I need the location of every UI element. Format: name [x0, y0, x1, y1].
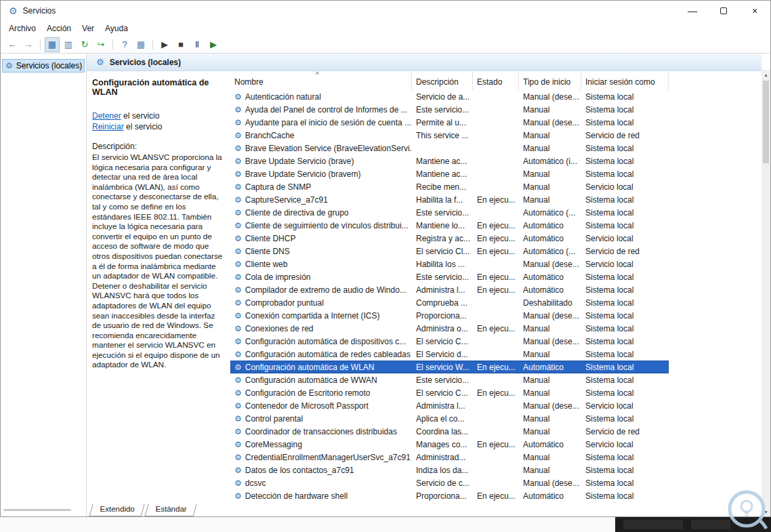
table-row[interactable]: ⚙Datos de los contactos_a7c91Indiza los … — [230, 464, 669, 476]
tab-extendido[interactable]: Extendido — [89, 504, 144, 516]
start-service-button[interactable]: ▶ — [157, 37, 172, 52]
scrollbar-thumb[interactable] — [763, 81, 769, 163]
table-row[interactable]: ⚙Cliente DHCPRegistra y ac...En ejecu...… — [230, 232, 669, 245]
table-row[interactable]: ⚙CoreMessagingManages co...En ejecu...Au… — [230, 438, 669, 451]
table-row[interactable]: ⚙Control parentalAplica el co...ManualSi… — [230, 412, 669, 425]
sort-ascending-icon[interactable]: ^ — [316, 71, 319, 79]
table-row[interactable]: ⚙Cliente de seguimiento de vínculos dist… — [230, 219, 669, 232]
export-list-button[interactable]: ↪ — [93, 37, 108, 52]
table-row[interactable]: ⚙Coordinador de transacciones distribuid… — [230, 425, 669, 438]
table-row[interactable]: ⚙Cola de impresiónEste servicio...En eje… — [230, 270, 669, 283]
table-row[interactable]: ⚙Configuración automática de redes cable… — [230, 348, 669, 361]
cell-iniciar-sesion-como: Servicio de red — [581, 425, 669, 438]
service-gear-icon: ⚙ — [234, 118, 242, 127]
table-row[interactable]: ⚙Brave Update Servicio (bravem)Mantiene … — [230, 167, 669, 180]
table-row[interactable]: ⚙BranchCacheThis service ...ManualServic… — [230, 129, 669, 142]
service-name: Autenticación natural — [245, 92, 321, 102]
table-row[interactable]: ⚙Configuración automática de dispositivo… — [230, 335, 669, 348]
scroll-up-icon[interactable]: ▲ — [762, 70, 770, 79]
cell-iniciar-sesion-como: Sistema local — [581, 489, 669, 502]
service-gear-icon: ⚙ — [234, 105, 242, 115]
cell-descripcion: Manages co... — [412, 438, 473, 451]
cell-tipo-de-inicio: Manual — [519, 386, 581, 399]
service-gear-icon: ⚙ — [234, 221, 242, 230]
table-row[interactable]: ⚙Configuración automática de WLANEl serv… — [230, 361, 669, 373]
refresh-button[interactable]: ↻ — [77, 37, 92, 52]
cell-estado: En ejecu... — [473, 386, 519, 399]
service-gear-icon: ⚙ — [234, 272, 242, 282]
table-row[interactable]: ⚙Ayuda del Panel de control de Informes … — [230, 103, 669, 116]
minimize-button[interactable]: — — [677, 1, 708, 21]
service-name: Detección de hardware shell — [245, 491, 348, 501]
pause-service-button[interactable]: Ⅱ — [190, 37, 205, 52]
table-row[interactable]: ⚙Compilador de extremo de audio de Windo… — [230, 283, 669, 296]
cell-iniciar-sesion-como: Sistema local — [581, 90, 669, 103]
maximize-button[interactable] — [708, 1, 739, 21]
cell-nombre: ⚙Brave Update Servicio (brave) — [230, 155, 412, 167]
table-row[interactable]: ⚙Comprobador puntualComprueba ...Deshabi… — [230, 296, 669, 309]
table-row[interactable]: ⚙dcsvcServicio de c...Manual (dese...Sis… — [230, 476, 669, 489]
properties-button[interactable]: ▥ — [61, 37, 76, 52]
tree-item-servicios-locales[interactable]: ⚙ Servicios (locales) — [2, 59, 85, 73]
window-pane-icon: ▦ — [137, 39, 145, 49]
table-row[interactable]: ⚙Autenticación naturalServicio de a...Ma… — [230, 90, 669, 103]
table-row[interactable]: ⚙Cliente de directiva de grupoEste servi… — [230, 206, 669, 219]
table-row[interactable]: ⚙Cliente webHabilita los ...Manual (dese… — [230, 258, 669, 270]
column-header-descripcion[interactable]: Descripción — [412, 71, 473, 90]
cell-estado — [473, 142, 519, 155]
menu-accion[interactable]: Acción — [41, 22, 77, 35]
column-header-nombre[interactable]: Nombre — [230, 71, 412, 90]
cell-nombre: ⚙Contenedor de Microsoft Passport — [230, 399, 412, 412]
table-row[interactable]: ⚙Detección de hardware shellProporciona.… — [230, 489, 669, 502]
table-row[interactable]: ⚙Brave Update Servicio (brave)Mantiene a… — [230, 155, 669, 167]
stop-service-link[interactable]: Detener — [92, 111, 121, 121]
cell-iniciar-sesion-como: Sistema local — [581, 412, 669, 425]
service-name: CredentialEnrollmentManagerUserSvc_a7c91 — [245, 453, 411, 462]
restart-service-button[interactable]: ▶ — [206, 37, 221, 52]
table-row[interactable]: ⚙CredentialEnrollmentManagerUserSvc_a7c9… — [230, 451, 669, 464]
service-name: Configuración automática de dispositivos… — [245, 337, 406, 346]
table-row[interactable]: ⚙Conexiones de redAdministra o...En ejec… — [230, 322, 669, 335]
service-gear-icon: ⚙ — [234, 285, 242, 295]
cell-nombre: ⚙Conexión compartida a Internet (ICS) — [230, 309, 412, 322]
tab-estandar[interactable]: Estándar — [145, 504, 197, 516]
cell-iniciar-sesion-como: Sistema local — [581, 451, 669, 464]
menu-ayuda[interactable]: Ayuda — [100, 22, 133, 35]
table-row[interactable]: ⚙CaptureService_a7c91Habilita la f...En … — [230, 193, 669, 206]
service-action-links: Detener el servicio Reiniciar el servici… — [92, 110, 224, 132]
close-button[interactable]: × — [739, 1, 770, 21]
stop-icon: ■ — [178, 39, 184, 49]
column-header-estado[interactable]: Estado — [473, 71, 519, 90]
table-row[interactable]: ⚙Captura de SNMPRecibe men...ManualServi… — [230, 180, 669, 193]
table-row[interactable]: ⚙Conexión compartida a Internet (ICS)Pro… — [230, 309, 669, 322]
restart-service-link[interactable]: Reiniciar — [92, 122, 124, 131]
table-header: ^ NombreDescripciónEstadoTipo de inicioI… — [230, 71, 762, 90]
tree-horizontal-scrollbar[interactable] — [3, 509, 71, 511]
help-button[interactable]: ? — [117, 37, 132, 52]
stop-service-button[interactable]: ■ — [173, 37, 188, 52]
menu-ver[interactable]: Ver — [77, 22, 100, 35]
column-header-tipo-de-inicio[interactable]: Tipo de inicio — [519, 71, 581, 90]
table-row[interactable]: ⚙Brave Elevation Service (BraveElevation… — [230, 142, 669, 155]
table-row[interactable]: ⚙Contenedor de Microsoft PassportAdminis… — [230, 399, 669, 412]
cell-iniciar-sesion-como: Sistema local — [581, 373, 669, 386]
content-body: Configuración automática de WLAN Detener… — [87, 71, 762, 504]
table-row[interactable]: ⚙Cliente DNSEl servicio Cl...En ejecu...… — [230, 245, 669, 258]
cell-iniciar-sesion-como: Sistema local — [581, 296, 669, 309]
service-gear-icon: ⚙ — [234, 337, 242, 346]
cell-tipo-de-inicio: Manual — [519, 451, 581, 464]
show-console-tree-button[interactable]: ▦ — [45, 37, 60, 52]
table-row[interactable]: ⚙Configuración automática de WWANEste se… — [230, 373, 669, 386]
forward-button[interactable]: → — [21, 37, 36, 52]
extended-view-button[interactable]: ▦ — [133, 37, 148, 52]
table-row[interactable]: ⚙Ayudante para el inicio de sesión de cu… — [230, 116, 669, 129]
cell-descripcion: This service ... — [412, 129, 473, 142]
cell-descripcion: Comprueba ... — [412, 296, 473, 309]
table-row[interactable]: ⚙Configuración de Escritorio remotoEl se… — [230, 386, 669, 399]
cell-tipo-de-inicio: Manual (dese... — [519, 399, 581, 412]
back-button[interactable]: ← — [5, 37, 20, 52]
menu-archivo[interactable]: Archivo — [3, 22, 41, 35]
cell-nombre: ⚙Conexiones de red — [230, 322, 412, 335]
column-header-iniciar-sesion-como[interactable]: Iniciar sesión como — [581, 71, 669, 90]
vertical-scrollbar[interactable]: ▲ ▼ — [762, 70, 770, 516]
